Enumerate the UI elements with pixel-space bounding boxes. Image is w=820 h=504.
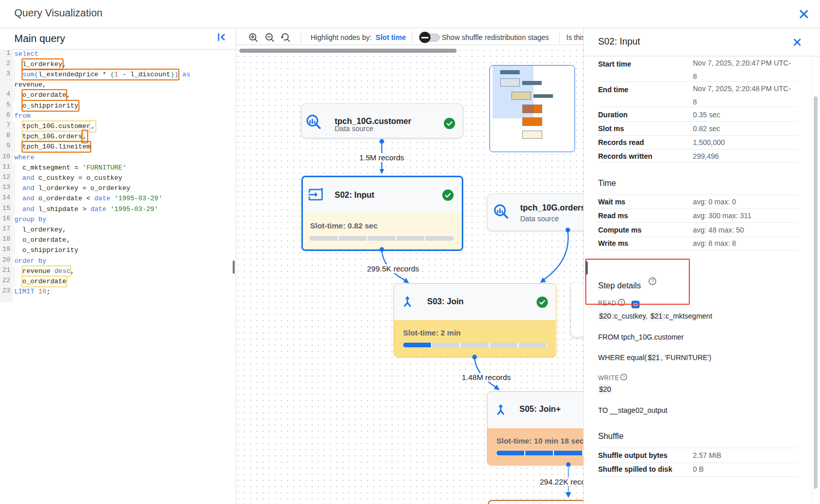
svg-text:?: ? (622, 374, 625, 380)
